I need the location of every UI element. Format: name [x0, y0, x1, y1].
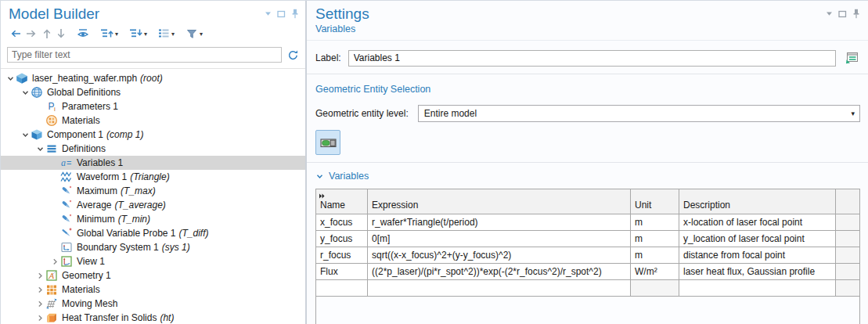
- probe-icon: [60, 213, 73, 225]
- restore-icon[interactable]: [277, 10, 286, 18]
- model-builder-toolbar: ▾▾▾▾: [1, 23, 305, 45]
- collapse-all-button[interactable]: ▾: [127, 27, 149, 42]
- cell-expression[interactable]: [368, 280, 631, 297]
- tree-item-label: Average: [77, 200, 111, 211]
- chevron-down-icon: ▾: [200, 31, 203, 38]
- pin-icon[interactable]: [291, 9, 299, 19]
- materials-icon: [45, 114, 58, 127]
- filter-input[interactable]: [7, 47, 282, 63]
- back-button[interactable]: [7, 27, 23, 42]
- filter-button[interactable]: ▾: [183, 27, 205, 42]
- forward-button[interactable]: [23, 27, 40, 42]
- expand-all-button[interactable]: ▾: [98, 27, 121, 42]
- tree-item-label: Waveform 1: [77, 171, 127, 182]
- cell-expression[interactable]: 0[m]: [368, 231, 631, 247]
- chevron-expanded-icon[interactable]: [5, 74, 16, 83]
- table-row: [316, 280, 860, 297]
- tree-item-moving-mesh[interactable]: Moving Mesh: [1, 297, 305, 311]
- model-builder-window-controls: [265, 9, 299, 19]
- cell-name[interactable]: x_focus: [316, 214, 368, 231]
- tree-item-view-1[interactable]: View 1: [1, 254, 305, 268]
- show-button[interactable]: [74, 27, 92, 42]
- component-icon: [31, 128, 43, 141]
- settings-panel: Settings Variables Label: Geometric Enti…: [307, 1, 868, 324]
- caret-down-icon[interactable]: [826, 11, 833, 16]
- chevron-collapsed-icon[interactable]: [35, 272, 45, 280]
- cell-name[interactable]: [316, 280, 368, 297]
- tree-item-variables-1[interactable]: a=Variables 1: [1, 156, 305, 170]
- cell-name[interactable]: r_focus: [316, 247, 368, 264]
- move-up-button[interactable]: [40, 27, 54, 42]
- pin-icon[interactable]: [852, 9, 860, 19]
- tree-item-label: Maximum: [77, 185, 117, 196]
- active-selection-toggle-button[interactable]: [315, 130, 340, 155]
- arrow-down-icon: [56, 28, 66, 41]
- geometric-entity-level-dropdown[interactable]: Entire model ▾: [418, 105, 860, 122]
- tree-item-maximum[interactable]: Maximum(T_max): [1, 184, 305, 198]
- model-builder-header: Model Builder: [1, 1, 305, 23]
- tree-item-tag: (ht): [160, 312, 174, 323]
- tree-item-global-definitions[interactable]: Global Definitions: [1, 85, 305, 99]
- chevron-expanded-icon[interactable]: [20, 88, 31, 97]
- cell-description[interactable]: y_location of laser focal point: [679, 231, 836, 247]
- tree-item-minimum[interactable]: Minimum(T_min): [1, 212, 305, 226]
- tree-item-average[interactable]: Average(T_average): [1, 198, 305, 212]
- cell-name[interactable]: y_focus: [316, 231, 368, 247]
- probe-icon: [60, 199, 73, 211]
- tree-item-laser-heating-wafer-mph[interactable]: laser_heating_wafer.mph(root): [1, 71, 305, 85]
- tree-item-waveform-1[interactable]: Waveform 1(Triangle): [1, 170, 305, 184]
- section-variables-title: Variables: [329, 171, 369, 182]
- chevron-expanded-icon[interactable]: [20, 131, 31, 139]
- restore-icon[interactable]: [838, 10, 847, 18]
- model-tree-node-text-button[interactable]: ▾: [156, 27, 177, 42]
- cell-expression[interactable]: r_wafer*Triangle(t/period): [368, 214, 631, 231]
- cell-extra: [836, 214, 860, 231]
- cell-description[interactable]: x-location of laser focal point: [679, 214, 836, 231]
- cell-description[interactable]: [679, 280, 836, 297]
- label-input[interactable]: [348, 50, 836, 67]
- chevron-down-icon: ▾: [171, 31, 175, 38]
- tree-item-materials[interactable]: Materials: [1, 283, 305, 297]
- tree-item-tag: (Triangle): [130, 171, 169, 182]
- cell-expression[interactable]: sqrt((x-x_focus)^2+(y-y_focus)^2): [368, 247, 631, 264]
- tree-item-heat-transfer-in-solids[interactable]: Heat Transfer in Solids(ht): [1, 311, 305, 324]
- cell-unit[interactable]: [631, 280, 679, 297]
- cell-unit[interactable]: W/m²: [631, 264, 679, 280]
- svg-text:i: i: [54, 106, 56, 113]
- cell-unit[interactable]: m: [631, 231, 679, 247]
- cell-description[interactable]: distance from focal point: [679, 247, 836, 264]
- cell-expression[interactable]: ((2*p_laser)/(pi*r_spot^2))*exp(-(2*r_fo…: [368, 264, 631, 280]
- label-field-label: Label:: [315, 52, 341, 63]
- cell-extra: [836, 247, 860, 264]
- cell-unit[interactable]: m: [631, 214, 679, 231]
- tree-item-label: Global Definitions: [47, 87, 121, 98]
- collapse-section-icon[interactable]: [315, 172, 324, 181]
- tree-item-parameters-1[interactable]: PiParameters 1: [1, 99, 305, 113]
- cell-unit[interactable]: m: [631, 247, 679, 264]
- cell-description[interactable]: laser heat flux, Gaussian profile: [679, 264, 836, 280]
- chevron-expanded-icon[interactable]: [35, 145, 45, 153]
- tree-item-boundary-system-1[interactable]: Boundary System 1(sys 1): [1, 240, 305, 254]
- waveform-icon: [60, 171, 73, 183]
- tree-item-definitions[interactable]: Definitions: [1, 142, 305, 156]
- materials-grid-icon: [45, 283, 58, 296]
- tree-item-geometry-1[interactable]: AGeometry 1: [1, 268, 305, 283]
- variables-icon: a=: [60, 157, 73, 169]
- divider: [307, 162, 868, 163]
- tree-item-component-1[interactable]: Component 1(comp 1): [1, 128, 305, 142]
- edit-label-button[interactable]: [843, 49, 860, 67]
- divider: [307, 40, 868, 41]
- arrow-right-icon: [26, 29, 38, 41]
- chevron-collapsed-icon[interactable]: [35, 314, 45, 322]
- chevron-collapsed-icon[interactable]: [35, 286, 45, 294]
- tree-item-global-variable-probe-1[interactable]: Global Variable Probe 1(T_diff): [1, 226, 305, 240]
- heat-transfer-icon: [45, 311, 58, 324]
- move-down-button[interactable]: [54, 27, 68, 42]
- chevron-collapsed-icon[interactable]: [35, 300, 45, 308]
- refresh-button[interactable]: [287, 49, 299, 61]
- cell-name[interactable]: Flux: [316, 264, 368, 280]
- caret-down-icon[interactable]: [265, 11, 272, 16]
- tree-item-materials[interactable]: Materials: [1, 113, 305, 128]
- column-handle-icon[interactable]: [319, 190, 326, 201]
- chevron-collapsed-icon[interactable]: [50, 257, 60, 266]
